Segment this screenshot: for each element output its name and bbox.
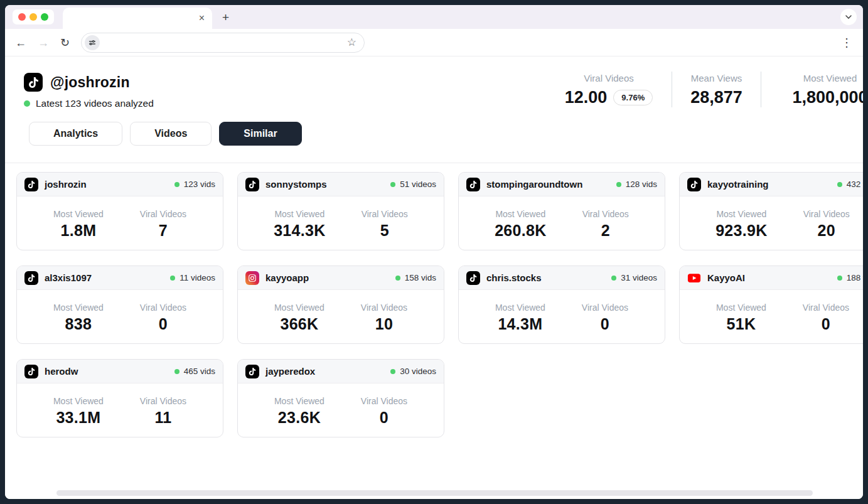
similar-account-card[interactable]: kayyoapp 158 vids Most Viewed 366K Viral… — [237, 265, 444, 344]
maximize-window-button[interactable] — [41, 13, 48, 21]
most-viewed-value: 23.6K — [274, 409, 324, 427]
stat-value: 12.00 — [565, 88, 608, 107]
card-header: sonnystomps 51 videos — [238, 173, 444, 196]
tab-label: Videos — [154, 128, 187, 139]
card-metrics: Most Viewed 838 Viral Videos 0 — [17, 290, 223, 344]
search-tune-icon[interactable] — [85, 35, 100, 50]
video-count: 51 videos — [400, 180, 436, 189]
viral-videos-value: 10 — [361, 315, 407, 333]
card-metrics: Most Viewed 1.8M Viral Videos 7 — [17, 196, 223, 250]
most-viewed-label: Most Viewed — [53, 396, 104, 406]
most-viewed-value: 366K — [274, 315, 324, 333]
tab-analytics[interactable]: Analytics — [29, 122, 122, 146]
viral-videos-label: Viral Videos — [140, 303, 186, 313]
viral-videos-value: 0 — [582, 315, 628, 333]
tiktok-icon — [24, 73, 43, 92]
card-header: kayyoapp 158 vids — [238, 266, 444, 290]
forward-button[interactable]: → — [38, 37, 49, 48]
address-bar[interactable]: ☆ — [81, 33, 365, 53]
page-title: @joshrozin — [50, 74, 130, 91]
tiktok-icon — [687, 178, 701, 191]
card-metrics: Most Viewed 14.3M Viral Videos 0 — [459, 290, 665, 344]
video-count: 123 vids — [184, 180, 215, 189]
similar-account-card[interactable]: sonnystomps 51 videos Most Viewed 314.3K… — [237, 172, 444, 250]
viral-rate-badge: 9.76% — [613, 90, 653, 105]
viral-videos-metric: Viral Videos 11 — [140, 396, 186, 427]
most-viewed-label: Most Viewed — [495, 209, 546, 219]
similar-account-card[interactable]: KayyoAI 188 vids Most Viewed 51K Viral V… — [679, 265, 863, 344]
status-dot — [174, 182, 179, 187]
analyzed-status-text: Latest 123 videos analyzed — [36, 98, 154, 109]
most-viewed-metric: Most Viewed 23.6K — [274, 396, 324, 427]
tab-videos[interactable]: Videos — [130, 122, 212, 146]
viral-videos-value: 11 — [140, 409, 186, 427]
card-metrics: Most Viewed 923.9K Viral Videos 20 — [680, 196, 863, 250]
instagram-icon — [245, 271, 259, 285]
browser-tab[interactable]: × — [63, 8, 212, 29]
tab-search-button[interactable] — [840, 9, 857, 25]
horizontal-scrollbar[interactable] — [56, 490, 813, 496]
most-viewed-value: 51K — [716, 315, 766, 333]
status-dot — [170, 276, 175, 281]
most-viewed-value: 923.9K — [715, 222, 767, 240]
video-count: 432 vids — [847, 180, 863, 189]
browser-toolbar: ← → ↻ ☆ ⋮ — [5, 29, 863, 56]
most-viewed-metric: Most Viewed 14.3M — [495, 303, 545, 333]
most-viewed-label: Most Viewed — [53, 209, 104, 219]
viral-videos-metric: Viral Videos 0 — [803, 303, 849, 333]
most-viewed-label: Most Viewed — [274, 303, 324, 313]
similar-account-card[interactable]: herodw 465 vids Most Viewed 33.1M Viral … — [16, 359, 223, 437]
tiktok-icon — [245, 178, 259, 191]
status-dot — [616, 182, 621, 187]
similar-account-card[interactable]: kayyotraining 432 vids Most Viewed 923.9… — [679, 172, 863, 250]
account-name: kayyotraining — [707, 179, 769, 190]
back-button[interactable]: ← — [15, 37, 26, 48]
most-viewed-metric: Most Viewed 51K — [716, 303, 766, 333]
similar-account-card[interactable]: jayperedox 30 videos Most Viewed 23.6K V… — [237, 359, 444, 437]
viral-videos-metric: Viral Videos 0 — [582, 303, 628, 333]
stat-viral-videos: Viral Videos 12.00 9.76% — [546, 72, 672, 107]
close-window-button[interactable] — [18, 13, 26, 21]
reload-button[interactable]: ↻ — [60, 37, 70, 48]
account-name: jayperedox — [265, 366, 315, 377]
card-header: kayyotraining 432 vids — [680, 173, 863, 196]
tiktok-icon — [466, 271, 480, 285]
video-count: 158 vids — [405, 273, 436, 282]
similar-account-card[interactable]: stompingaroundtown 128 vids Most Viewed … — [458, 172, 665, 250]
bookmark-star-icon[interactable]: ☆ — [347, 36, 356, 49]
stat-label: Mean Views — [672, 73, 761, 83]
viral-videos-metric: Viral Videos 5 — [362, 209, 408, 240]
tiktok-icon — [466, 178, 480, 191]
viral-videos-metric: Viral Videos 2 — [582, 209, 629, 240]
stat-most-viewed: Most Viewed 1,800,000 — [761, 72, 863, 107]
address-input[interactable] — [105, 37, 342, 48]
new-tab-button[interactable]: + — [222, 11, 229, 23]
most-viewed-metric: Most Viewed 260.8K — [495, 209, 546, 240]
video-count: 30 videos — [400, 367, 436, 376]
card-header: KayyoAI 188 vids — [680, 266, 863, 290]
browser-menu-icon[interactable]: ⋮ — [841, 36, 853, 50]
account-name: kayyoapp — [265, 272, 309, 283]
most-viewed-value: 14.3M — [495, 315, 545, 333]
viral-videos-value: 0 — [140, 315, 186, 333]
account-name: KayyoAI — [707, 272, 745, 283]
minimize-window-button[interactable] — [29, 13, 37, 21]
viral-videos-value: 0 — [361, 409, 407, 427]
viral-videos-value: 0 — [803, 315, 849, 333]
status-dot — [174, 369, 179, 374]
viral-videos-label: Viral Videos — [140, 209, 186, 219]
most-viewed-label: Most Viewed — [274, 209, 325, 219]
status-dot — [611, 276, 616, 281]
viral-videos-label: Viral Videos — [361, 303, 407, 313]
most-viewed-value: 838 — [53, 315, 104, 333]
close-tab-icon[interactable]: × — [199, 13, 205, 23]
most-viewed-label: Most Viewed — [53, 303, 104, 313]
similar-account-card[interactable]: al3xis1097 11 videos Most Viewed 838 Vir… — [16, 265, 223, 344]
status-dot — [390, 369, 395, 374]
status-dot — [837, 276, 842, 281]
similar-account-card[interactable]: joshrozin 123 vids Most Viewed 1.8M Vira… — [16, 172, 223, 250]
video-count: 128 vids — [626, 180, 657, 189]
similar-account-card[interactable]: chris.stocks 31 videos Most Viewed 14.3M… — [458, 265, 665, 344]
tab-similar[interactable]: Similar — [219, 122, 301, 146]
status-dot — [390, 182, 395, 187]
